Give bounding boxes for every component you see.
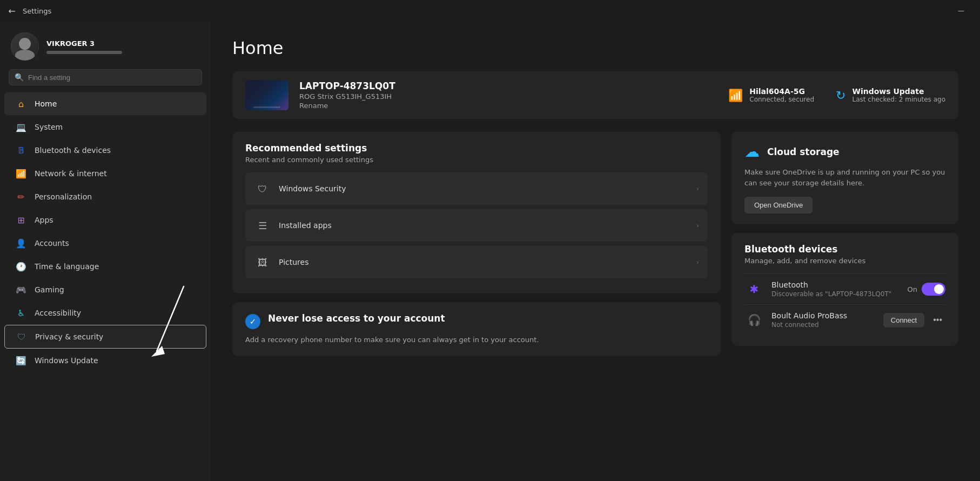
accounts-icon: 👤	[15, 237, 27, 249]
page-title: Home	[232, 38, 958, 58]
bluetooth-card: Bluetooth devices Manage, add, and remov…	[731, 233, 958, 346]
more-options-button[interactable]: •••	[930, 313, 945, 327]
device-model: ROG Strix G513IH_G513IH	[299, 92, 717, 101]
sidebar-item-accessibility[interactable]: ♿Accessibility	[4, 302, 206, 324]
wifi-icon: 📶	[728, 89, 743, 102]
sidebar-item-network[interactable]: 📶Network & internet	[4, 162, 206, 185]
wifi-info: Hilal604A-5G Connected, secured	[749, 87, 814, 103]
bluetooth-toggle[interactable]	[922, 283, 945, 296]
recommended-items: 🛡Windows Security›☰Installed apps›🖼Pictu…	[245, 172, 708, 278]
network-icon: 📶	[15, 168, 27, 179]
cloud-title: Cloud storage	[767, 146, 840, 157]
sidebar-item-label-system: System	[35, 123, 63, 131]
bluetooth-device-list: ✱BluetoothDiscoverable as "LAPTOP-4873LQ…	[744, 273, 945, 335]
search-box[interactable]: 🔍	[9, 69, 202, 85]
device-status: Not connected	[771, 321, 883, 329]
main-layout: VIKROGER 3 🔍 ⌂Home💻System𝔹Bluetooth & de…	[0, 22, 980, 481]
never-lose-title: Never lose access to your account	[268, 313, 445, 324]
bluetooth-device[interactable]: 🎧Boult Audio ProBassNot connectedConnect…	[744, 304, 945, 335]
search-input[interactable]	[28, 74, 196, 82]
connect-button[interactable]: Connect	[883, 313, 924, 328]
bluetooth-title: Bluetooth devices	[744, 244, 945, 255]
rec-label-windows-security: Windows Security	[279, 184, 696, 193]
sidebar-item-label-accessibility: Accessibility	[35, 309, 81, 317]
window-title: Settings	[23, 7, 51, 15]
status-items: 📶 Hilal604A-5G Connected, secured ↻ Wind…	[728, 87, 945, 103]
sidebar-item-label-time: Time & language	[35, 262, 99, 271]
sidebar-item-gaming[interactable]: 🎮Gaming	[4, 278, 206, 301]
user-progress-bar	[46, 51, 122, 54]
sidebar-item-update[interactable]: 🔄Windows Update	[4, 349, 206, 372]
bluetooth-icon: ✱	[744, 279, 764, 299]
sidebar-item-home[interactable]: ⌂Home	[4, 92, 206, 115]
never-lose-header: ✓ Never lose access to your account	[245, 313, 708, 329]
sidebar-item-time[interactable]: 🕐Time & language	[4, 255, 206, 278]
device-controls: Connect•••	[883, 313, 945, 328]
device-details: LAPTOP-4873LQ0T ROG Strix G513IH_G513IH …	[299, 81, 717, 110]
rec-icon-windows-security: 🛡	[254, 180, 271, 197]
sidebar-item-label-network: Network & internet	[35, 169, 107, 178]
rec-item-pictures[interactable]: 🖼Pictures›	[245, 246, 708, 278]
update-icon: ↻	[836, 89, 845, 102]
gaming-icon: 🎮	[15, 284, 27, 296]
device-image	[245, 80, 288, 110]
rec-item-windows-security[interactable]: 🛡Windows Security›	[245, 172, 708, 205]
cloud-storage-card: ☁ Cloud storage Make sure OneDrive is up…	[731, 132, 958, 224]
apps-icon: ⊞	[15, 214, 27, 226]
personalization-icon: ✏	[15, 191, 27, 203]
sidebar-item-label-personalization: Personalization	[35, 192, 92, 201]
rec-icon-pictures: 🖼	[254, 253, 271, 271]
sidebar-item-system[interactable]: 💻System	[4, 116, 206, 138]
wifi-status[interactable]: 📶 Hilal604A-5G Connected, secured	[728, 87, 814, 103]
sidebar-item-label-privacy: Privacy & security	[35, 332, 103, 341]
headphone-icon: 🎧	[744, 310, 764, 330]
content-area: Home LAPTOP-4873LQ0T ROG Strix G513IH_G5…	[211, 22, 980, 481]
system-icon: 💻	[15, 121, 27, 133]
device-controls: On	[908, 283, 945, 296]
update-icon: 🔄	[15, 355, 27, 366]
user-info: VIKROGER 3	[46, 39, 200, 54]
wifi-status-text: Connected, secured	[749, 96, 814, 103]
rec-item-installed-apps[interactable]: ☰Installed apps›	[245, 209, 708, 242]
bluetooth-device[interactable]: ✱BluetoothDiscoverable as "LAPTOP-4873LQ…	[744, 273, 945, 304]
open-onedrive-button[interactable]: Open OneDrive	[744, 197, 813, 213]
rec-label-pictures: Pictures	[279, 258, 696, 266]
wifi-name: Hilal604A-5G	[749, 87, 814, 96]
update-sub: Last checked: 2 minutes ago	[852, 96, 945, 103]
device-name: LAPTOP-4873LQ0T	[299, 81, 717, 91]
device-name: Boult Audio ProBass	[771, 311, 883, 320]
right-column: ☁ Cloud storage Make sure OneDrive is up…	[731, 132, 958, 356]
sidebar-item-personalization[interactable]: ✏Personalization	[4, 185, 206, 208]
sidebar: VIKROGER 3 🔍 ⌂Home💻System𝔹Bluetooth & de…	[0, 22, 211, 481]
back-button[interactable]: ←	[6, 6, 17, 16]
rec-icon-installed-apps: ☰	[254, 217, 271, 234]
chevron-right-icon: ›	[696, 184, 699, 193]
rename-button[interactable]: Rename	[299, 102, 717, 110]
chevron-right-icon: ›	[696, 221, 699, 230]
cloud-icon: ☁	[744, 143, 760, 161]
search-icon: 🔍	[15, 73, 24, 82]
sidebar-item-accounts[interactable]: 👤Accounts	[4, 232, 206, 255]
update-info: Windows Update Last checked: 2 minutes a…	[852, 87, 945, 103]
recommended-title: Recommended settings	[245, 143, 708, 153]
sidebar-item-label-gaming: Gaming	[35, 285, 64, 294]
update-label: Windows Update	[852, 87, 945, 96]
sidebar-item-apps[interactable]: ⊞Apps	[4, 209, 206, 231]
sidebar-item-label-home: Home	[35, 99, 57, 108]
sidebar-item-label-accounts: Accounts	[35, 239, 69, 248]
avatar-image	[11, 32, 39, 61]
update-status[interactable]: ↻ Windows Update Last checked: 2 minutes…	[836, 87, 945, 103]
sidebar-item-bluetooth[interactable]: 𝔹Bluetooth & devices	[4, 139, 206, 162]
user-name: VIKROGER 3	[46, 39, 200, 48]
avatar	[11, 32, 39, 61]
privacy-icon: 🛡	[16, 331, 28, 343]
minimize-button[interactable]: —	[949, 2, 974, 19]
window-controls: —	[949, 2, 974, 19]
sidebar-item-privacy[interactable]: 🛡Privacy & security	[4, 325, 206, 349]
cloud-header: ☁ Cloud storage	[744, 143, 945, 161]
left-column: Recommended settings Recent and commonly…	[232, 132, 721, 356]
user-profile[interactable]: VIKROGER 3	[0, 22, 211, 69]
sidebar-item-label-bluetooth: Bluetooth & devices	[35, 146, 111, 155]
bluetooth-subtitle: Manage, add, and remove devices	[744, 257, 945, 265]
sidebar-nav: ⌂Home💻System𝔹Bluetooth & devices📶Network…	[0, 92, 211, 372]
